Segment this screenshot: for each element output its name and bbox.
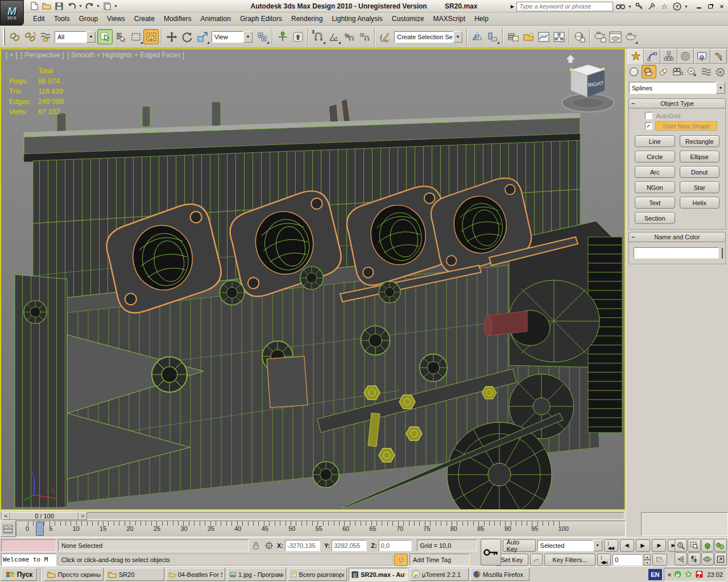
rendered-frame-window-icon[interactable] [607,29,623,44]
menu-item[interactable]: Rendering [287,13,327,24]
menu-item[interactable]: MAXScript [428,13,470,24]
spinner-snap-icon[interactable] [357,29,372,44]
play-button[interactable]: ▶ [636,539,650,552]
tab-modify[interactable] [644,49,660,64]
unlink-selection-icon[interactable] [22,29,38,44]
menu-item[interactable]: Lighting Analysis [327,13,387,24]
zoom-extents-icon[interactable] [701,539,714,552]
menu-item[interactable]: Modifiers [159,13,196,24]
application-menu-button[interactable]: M 3DS [0,0,24,26]
selection-filter-dropdown[interactable]: All ▼ [55,31,96,43]
percent-snap-icon[interactable]: % [341,29,357,44]
object-type-button[interactable]: Donut [680,166,720,178]
tab-hierarchy[interactable] [660,49,677,64]
next-frame-button[interactable]: > [78,512,87,520]
tab-utilities[interactable] [710,49,727,64]
menu-item[interactable]: Animation [196,13,235,24]
layer-manager-icon[interactable] [505,29,520,44]
perspective-viewport[interactable]: RIGHT z x [ + ] [ Perspective ] [ Smooth… [0,48,626,510]
zoom-icon[interactable] [675,539,687,552]
key-mode-dropdown[interactable]: Selected ▼ [537,540,602,551]
object-type-rollout-header[interactable]: − Object Type [628,98,726,109]
subscription-key-icon[interactable] [634,2,644,11]
taskbar-button-folder-3[interactable]: 04-Beatles For Sal... [166,568,225,581]
edit-named-selection-sets-icon[interactable]: {ABC [377,29,392,44]
select-object-icon[interactable] [97,29,113,44]
viewport-shading-menu[interactable]: [ Smooth + Highlights + Edged Faces ] [67,51,184,59]
object-type-button[interactable]: Ellipse [680,151,720,163]
previous-frame-button[interactable]: < [2,512,10,520]
dropdown-arrow-icon[interactable]: ▼ [453,31,462,43]
previous-frame-playback-button[interactable]: ◀|| [620,539,634,552]
object-type-button[interactable]: Helix [680,197,720,209]
dropdown-arrow-icon[interactable]: ▼ [243,31,253,43]
use-pivot-point-center-icon[interactable] [254,29,270,44]
search-binoculars-icon[interactable] [615,2,626,11]
walk-through-icon[interactable] [688,552,700,566]
absolute-offset-mode-icon[interactable] [263,541,275,550]
object-type-button[interactable]: Rectangle [680,135,720,147]
search-input[interactable] [516,2,613,11]
adaptive-degradation-icon[interactable] [394,554,408,566]
start-button[interactable]: Пуск [1,568,37,581]
select-link-icon[interactable] [7,29,22,44]
x-coord-field[interactable]: -3270,135 [285,540,320,551]
undo-icon[interactable] [66,1,77,11]
help-dropdown-icon[interactable]: ▼ [684,5,688,9]
object-type-button[interactable]: Section [635,212,675,224]
menu-item[interactable]: Help [470,13,493,24]
infocenter-collapse-icon[interactable]: ▶ [511,4,514,9]
qat-customize-icon[interactable]: ▼ [114,4,118,8]
track-bar[interactable]: 0510152025303540455055606570758085909510… [0,521,626,537]
dropdown-arrow-icon[interactable]: ▼ [716,82,725,94]
viewport-canvas[interactable]: RIGHT z x [1,49,624,509]
snap-toggle-3d-icon[interactable]: 3 [311,29,326,44]
taskbar-button-image-viewer[interactable]: 1.jpg - Программа... [227,568,286,581]
render-setup-icon[interactable] [592,29,607,44]
frame-spinner[interactable]: ▲▼ [644,554,651,566]
time-slider-handle[interactable]: 0 / 100 [10,512,78,520]
spinner-up-icon[interactable]: ▲ [644,554,651,560]
align-icon[interactable] [485,29,500,44]
object-type-button[interactable]: Arc [635,166,675,178]
bind-to-space-warp-icon[interactable] [38,29,53,44]
help-icon[interactable]: ? [672,2,682,11]
maxscript-mini-listener[interactable] [1,539,56,552]
auto-key-button[interactable]: Auto Key [503,539,536,552]
select-by-name-icon[interactable] [113,29,128,44]
time-slider[interactable]: < 0 / 100 > [0,510,626,521]
tray-avira-icon[interactable] [695,570,704,579]
taskbar-button-notes[interactable]: Всего разговоров... [288,568,347,581]
redo-dropdown-icon[interactable]: ▼ [96,4,100,8]
menu-item[interactable]: Customize [387,13,429,24]
category-cameras[interactable] [671,65,685,78]
tray-icq-icon[interactable] [684,570,693,579]
render-production-icon[interactable] [623,29,638,44]
select-and-move-icon[interactable] [164,29,179,44]
current-frame-field[interactable]: 0 [613,554,642,566]
menu-item[interactable]: Graph Editors [235,13,287,24]
name-and-color-rollout-header[interactable]: − Name and Color [628,232,726,242]
key-filters-button[interactable]: Key Filters... [544,554,595,566]
autogrid-checkbox[interactable] [645,112,652,119]
dropdown-arrow-icon[interactable]: ▼ [86,31,96,43]
select-and-scale-icon[interactable] [195,29,210,44]
category-geometry[interactable] [627,65,641,78]
taskbar-button-3dsmax[interactable]: M3DS SR20.max - Aut... [349,568,408,581]
object-type-button[interactable]: Line [635,135,675,147]
language-indicator[interactable]: EN [648,569,662,580]
category-shapes[interactable] [642,65,656,78]
angle-snap-icon[interactable] [326,29,341,44]
select-and-rotate-icon[interactable] [179,29,195,44]
time-slider-track[interactable] [1,512,624,519]
menu-item[interactable]: Views [102,13,130,24]
object-type-button[interactable]: Star [680,181,720,193]
track-bar-ruler[interactable]: 0510152025303540455055606570758085909510… [16,521,626,537]
orbit-icon[interactable] [701,552,714,566]
redo-icon[interactable] [84,1,95,11]
category-systems[interactable] [713,65,727,78]
tab-display[interactable] [694,49,710,64]
communication-center-icon[interactable] [647,2,657,11]
schematic-view-icon[interactable] [551,29,566,44]
mirror-icon[interactable] [469,29,485,44]
